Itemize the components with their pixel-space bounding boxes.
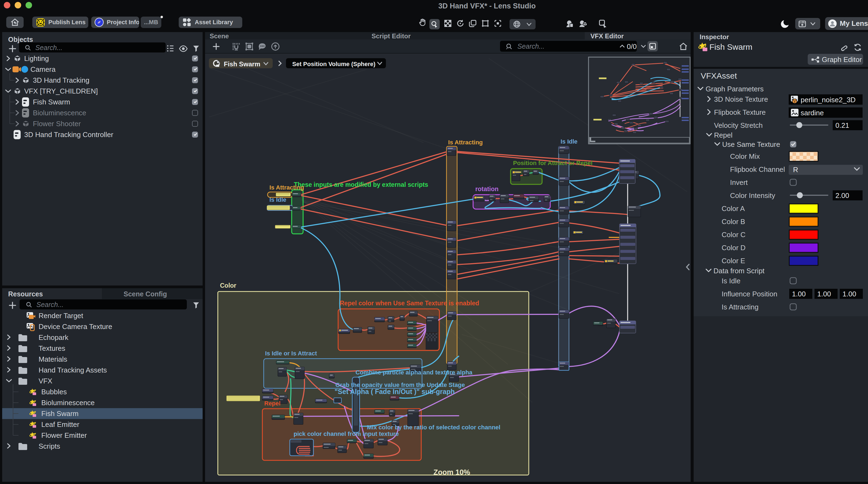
svg-text:Repel color when Use Same Text: Repel color when Use Same Texture is ena…	[340, 300, 479, 307]
svg-text:sardine: sardine	[801, 109, 824, 117]
svg-text:Color B: Color B	[722, 218, 745, 226]
svg-text:Influence Position: Influence Position	[722, 290, 777, 298]
svg-text:Color: Color	[220, 282, 236, 289]
svg-text:These inputs are modified by e: These inputs are modified by external sc…	[294, 181, 428, 188]
svg-text:Bioluminescence: Bioluminescence	[33, 109, 86, 117]
svg-text:Fish Swarm: Fish Swarm	[33, 98, 70, 106]
svg-text:Color C: Color C	[722, 231, 745, 239]
svg-text:Flower Shooter: Flower Shooter	[33, 120, 81, 128]
svg-text:Graph Parameters: Graph Parameters	[706, 85, 764, 93]
svg-text:Flower Emitter: Flower Emitter	[41, 431, 87, 439]
svg-text:Lighting: Lighting	[24, 54, 49, 62]
svg-text:Data from Script: Data from Script	[713, 267, 765, 275]
svg-text:rotation: rotation	[475, 186, 499, 193]
svg-text:Is Idle: Is Idle	[561, 138, 578, 145]
svg-text:Materials: Materials	[38, 355, 67, 363]
svg-text:1.00: 1.00	[792, 290, 806, 298]
svg-text:Flipbook Texture: Flipbook Texture	[714, 108, 766, 116]
svg-text:Color Intensity: Color Intensity	[730, 192, 775, 200]
svg-text:3D Hand Tracking Controller: 3D Hand Tracking Controller	[24, 131, 113, 139]
svg-text:1.00: 1.00	[842, 290, 856, 298]
svg-text:VFX [TRY_CHILDREN]: VFX [TRY_CHILDREN]	[24, 87, 98, 95]
svg-text:Echopark: Echopark	[38, 333, 69, 342]
svg-text:Device Camera Texture: Device Camera Texture	[38, 322, 112, 331]
svg-text:Is Idle: Is Idle	[270, 196, 286, 203]
svg-text:Position for Attract or Repel: Position for Attract or Repel	[513, 160, 593, 166]
svg-text:pick color channel from input: pick color channel from input texture	[293, 430, 399, 437]
svg-text:3D Hand Tracking: 3D Hand Tracking	[33, 76, 89, 84]
svg-text:Color A: Color A	[722, 204, 745, 212]
svg-text:Bubbles: Bubbles	[41, 388, 67, 396]
svg-text:Camera: Camera	[30, 65, 56, 74]
svg-text:R: R	[793, 166, 798, 174]
svg-text:Grab the opacity value from th: Grab the opacity value from the Update S…	[335, 381, 465, 388]
svg-text:Leaf Emitter: Leaf Emitter	[41, 420, 80, 429]
svg-text:Is Idle or Is Attract: Is Idle or Is Attract	[265, 350, 317, 357]
svg-text:3D Noise Texture: 3D Noise Texture	[714, 95, 768, 103]
svg-text:Is Idle: Is Idle	[722, 277, 740, 285]
svg-text:Bioluminescence: Bioluminescence	[41, 399, 95, 407]
svg-text:Repel: Repel	[264, 400, 281, 407]
svg-text:Combine particle alpha and tex: Combine particle alpha and texture alpha	[355, 369, 472, 376]
svg-text:0.21: 0.21	[835, 121, 849, 130]
svg-text:Scripts: Scripts	[38, 442, 60, 450]
svg-text:VFX: VFX	[38, 377, 53, 385]
svg-text:Invert: Invert	[730, 178, 748, 187]
svg-text:Is Attracting: Is Attracting	[722, 303, 758, 311]
svg-text:Flipbook Channel: Flipbook Channel	[730, 165, 785, 173]
svg-text:Repel: Repel	[714, 131, 733, 139]
svg-text:Textures: Textures	[38, 344, 65, 352]
svg-text:Velocity Stretch: Velocity Stretch	[714, 121, 763, 130]
svg-text:Render Target: Render Target	[38, 312, 83, 320]
svg-text:Use Same Texture: Use Same Texture	[722, 140, 780, 148]
svg-text:1.00: 1.00	[817, 290, 831, 298]
svg-text:2.00: 2.00	[835, 192, 849, 200]
svg-text:Fish Swarm: Fish Swarm	[41, 409, 79, 418]
svg-text:Color E: Color E	[722, 257, 745, 265]
svg-text:Is Attracting: Is Attracting	[448, 139, 483, 146]
svg-text:Zoom 10%: Zoom 10%	[433, 468, 470, 476]
svg-text:Color D: Color D	[722, 244, 745, 252]
svg-text:"Set Alpha ( Fade In/Out )" su: "Set Alpha ( Fade In/Out )" sub-graph	[335, 388, 455, 395]
svg-text:Is Attracting: Is Attracting	[270, 184, 304, 191]
svg-text:perlin_noise2_3D: perlin_noise2_3D	[801, 96, 856, 104]
svg-text:Hand Tracking Assets: Hand Tracking Assets	[38, 366, 107, 374]
svg-text:Color Mix: Color Mix	[730, 152, 760, 161]
svg-text:Mix color by the ratio of sele: Mix color by the ratio of selected color…	[367, 424, 500, 431]
